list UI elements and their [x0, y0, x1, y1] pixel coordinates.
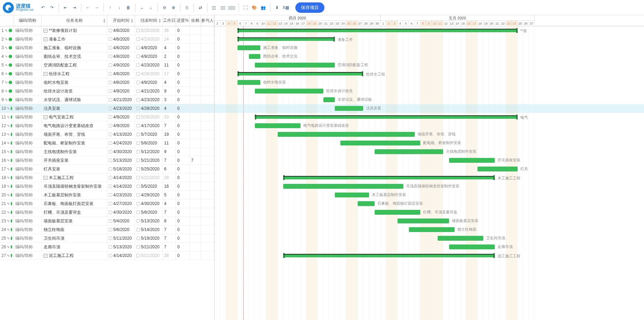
prog-cell[interactable]: 0: [176, 148, 190, 156]
code-cell[interactable]: 编码/简称: [14, 35, 42, 43]
days-cell[interactable]: 11: [163, 61, 176, 69]
start-cell[interactable]: 4/9/2020: [107, 122, 135, 130]
gantt-bar[interactable]: 开关插座安装: [449, 158, 495, 163]
end-cell[interactable]: 4/9/2020: [135, 78, 163, 87]
down-button[interactable]: ↓: [115, 3, 124, 12]
edit-icon[interactable]: ✎: [5, 63, 8, 67]
task-row[interactable]: 9✎编码/简称水管试压、通球试验4/21/20204/23/202030: [0, 96, 214, 104]
gantt-row[interactable]: 洁具安装: [215, 104, 644, 113]
part-cell[interactable]: [201, 148, 214, 156]
gantt-row[interactable]: 电气: [215, 113, 644, 122]
part-cell[interactable]: [201, 87, 214, 95]
days-cell[interactable]: 7: [163, 234, 176, 242]
gantt-bar[interactable]: 吊顶及隔墙轻钢龙骨架制作安装: [283, 184, 403, 189]
start-cell[interactable]: 4/21/2020: [107, 96, 135, 104]
dep-cell[interactable]: [190, 191, 201, 199]
gantt-row[interactable]: 给排水设计改造: [215, 87, 644, 96]
gantt-row[interactable]: 泥工施工工程: [215, 251, 644, 260]
end-cell[interactable]: 4/23/2020: [135, 96, 163, 104]
gantt-bar[interactable]: 墙面板基层安装: [397, 219, 449, 223]
part-cell[interactable]: [201, 243, 214, 251]
users-button[interactable]: 👥: [259, 3, 268, 12]
prog-cell[interactable]: 0: [176, 191, 190, 199]
gantt-bar[interactable]: 配电箱、桥架制作安装: [340, 141, 420, 145]
task-row[interactable]: 12✎编码/简称电气电路设计变更基础改造4/9/20204/17/202070: [0, 122, 214, 130]
start-cell[interactable]: 4/9/2020: [107, 113, 135, 121]
end-cell[interactable]: 4/30/2020: [135, 199, 163, 208]
gantt-row[interactable]: 空调消防配套工程: [215, 61, 644, 70]
gantt-bar[interactable]: 准备工作: [238, 37, 335, 41]
end-cell[interactable]: 5/21/2020: [135, 251, 163, 260]
top-align-button[interactable]: ⫠: [137, 3, 146, 12]
zoom-out-button[interactable]: ⊖: [160, 3, 169, 12]
edit-icon[interactable]: ✎: [7, 193, 10, 197]
code-cell[interactable]: 编码/简称: [14, 243, 42, 251]
code-cell[interactable]: 编码/简称: [14, 96, 42, 104]
end-cell[interactable]: 5/14/2020: [135, 225, 163, 234]
task-row[interactable]: 21✎编码/简称石膏板、饰面板灯面层安装4/27/20204/30/202040: [0, 199, 214, 208]
gantt-bar[interactable]: 主线电缆制作安装: [375, 149, 443, 154]
code-cell[interactable]: 编码/简称: [14, 199, 42, 208]
start-cell[interactable]: 5/18/2020: [107, 165, 135, 173]
dep-cell[interactable]: [190, 61, 201, 69]
code-cell[interactable]: 编码/简称: [14, 113, 42, 121]
name-cell[interactable]: 图纸会审、技术交流: [42, 52, 107, 61]
gantt-bar[interactable]: 木工施工工程: [283, 176, 495, 179]
link-button[interactable]: ⇄: [196, 3, 205, 12]
code-cell[interactable]: 编码/简称: [14, 234, 42, 242]
dep-cell[interactable]: [190, 217, 201, 225]
col-days[interactable]: 工作日: [163, 15, 176, 26]
col-progress[interactable]: 进度%: [176, 15, 190, 26]
part-cell[interactable]: [201, 130, 214, 139]
prog-cell[interactable]: 0: [176, 122, 190, 130]
dep-cell[interactable]: [190, 104, 201, 113]
edit-icon[interactable]: ✎: [5, 89, 8, 93]
gantt-row[interactable]: 准备工作: [215, 35, 644, 44]
days-cell[interactable]: 7: [163, 225, 176, 234]
dep-cell[interactable]: [190, 26, 201, 35]
name-cell[interactable]: 电气电路设计变更基础改造: [42, 122, 107, 130]
code-cell[interactable]: 编码/简称: [14, 78, 42, 87]
bottom-align-button[interactable]: ⟂: [146, 3, 155, 12]
collapse-icon[interactable]: −: [44, 72, 47, 76]
code-cell[interactable]: 编码/简称: [14, 44, 42, 52]
prog-cell[interactable]: 0: [176, 78, 190, 87]
print-button[interactable]: ⎙: [182, 3, 191, 12]
gantt-row[interactable]: 临时水电安装: [215, 78, 644, 87]
name-cell[interactable]: 主线电缆制作安装: [42, 148, 107, 156]
prog-cell[interactable]: 0: [176, 225, 190, 234]
grid-hscroll[interactable]: [0, 314, 214, 320]
task-row[interactable]: 7✎编码/简称临时水电安装4/6/20204/9/202040: [0, 78, 214, 87]
name-cell[interactable]: −准备工作: [42, 35, 107, 43]
panel1-button[interactable]: ◫: [209, 3, 218, 12]
task-row[interactable]: 15✎编码/简称主线电缆制作安装4/30/20205/12/202090: [0, 148, 214, 156]
name-cell[interactable]: 临时水电安装: [42, 78, 107, 87]
end-cell[interactable]: 4/23/2020: [135, 35, 163, 43]
prog-cell[interactable]: 0: [176, 87, 190, 95]
code-cell[interactable]: 编码/简称: [14, 217, 42, 225]
gantt-body[interactable]: **装准备工作施工准备、临时设施图纸会审、技术交流空调消防配套工程给排水工程临时…: [215, 26, 644, 320]
code-cell[interactable]: 编码/简称: [14, 165, 42, 173]
code-cell[interactable]: 编码/简称: [14, 182, 42, 190]
edit-icon[interactable]: ✎: [7, 211, 10, 214]
edit-icon[interactable]: ✎: [7, 254, 10, 258]
edit-icon[interactable]: ✎: [5, 46, 8, 50]
gantt-bar[interactable]: 给排水设计改造: [255, 89, 323, 94]
gantt-row[interactable]: 墙面板基层安装: [215, 217, 644, 225]
code-cell[interactable]: 编码/简称: [14, 174, 42, 182]
code-cell[interactable]: 编码/简称: [14, 104, 42, 113]
name-cell[interactable]: 木工板基层制作安装: [42, 191, 107, 199]
gantt-bar[interactable]: 墙面开凿、布管、穿线: [278, 132, 415, 137]
edit-icon[interactable]: ✎: [7, 159, 10, 162]
code-cell[interactable]: 编码/简称: [14, 208, 42, 216]
code-cell[interactable]: 编码/简称: [14, 156, 42, 165]
prog-cell[interactable]: 0: [176, 165, 190, 173]
days-cell[interactable]: 4: [163, 44, 176, 52]
part-cell[interactable]: [201, 174, 214, 182]
days-cell[interactable]: 33: [163, 113, 176, 121]
name-cell[interactable]: 给排水设计改造: [42, 87, 107, 95]
gantt-row[interactable]: 石膏板、饰面板灯面层安装: [215, 199, 644, 208]
gantt-vscroll[interactable]: [639, 26, 644, 320]
outdent-button[interactable]: ⇤: [61, 3, 70, 12]
end-cell[interactable]: 5/5/2020: [135, 182, 163, 190]
